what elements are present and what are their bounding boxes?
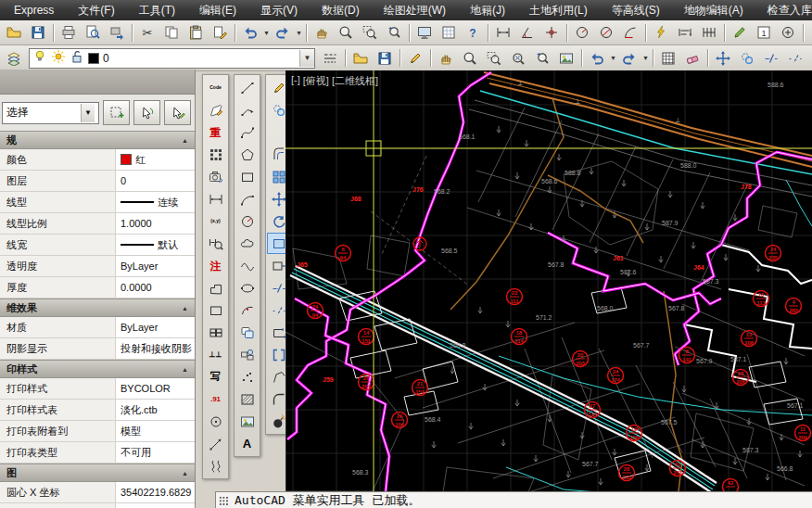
viewport-view-control[interactable]: [俯视] <box>303 74 329 88</box>
print-preview-button[interactable] <box>81 21 105 44</box>
menu-check-db[interactable]: 检查入库(G) <box>755 0 812 20</box>
arc-3pt-button[interactable] <box>235 299 259 321</box>
menu-draw-process[interactable]: 绘图处理(W) <box>372 0 458 20</box>
collapse-icon[interactable]: ▲ <box>182 470 188 476</box>
section-general-header[interactable]: 规▲ <box>0 131 195 149</box>
camera-view-button[interactable] <box>204 166 227 187</box>
property-value[interactable]: 0.0000 <box>116 277 195 298</box>
menu-landuse[interactable]: 土地利用(L) <box>517 0 600 20</box>
spline-button[interactable] <box>235 121 259 143</box>
text-button[interactable]: A <box>235 433 259 454</box>
toggle-pickadd-button[interactable] <box>164 100 191 125</box>
viewport-minimize-control[interactable]: [-] <box>291 74 300 88</box>
copy-object-button[interactable] <box>235 322 259 343</box>
menu-file[interactable]: 文件(F) <box>66 0 126 20</box>
step-shape-button[interactable] <box>204 277 227 298</box>
property-value[interactable]: BYCOLOR <box>116 378 195 399</box>
dim-angular-button[interactable] <box>515 21 539 44</box>
save-button[interactable] <box>26 21 50 44</box>
named-views-button[interactable] <box>554 47 578 70</box>
zoom-window-button[interactable] <box>358 21 382 44</box>
collapse-icon[interactable]: ▲ <box>182 137 188 144</box>
dim-text-edit-button[interactable] <box>806 21 812 44</box>
zoom-scale-button[interactable] <box>506 47 530 70</box>
menu-tools[interactable]: 工具(T) <box>127 0 187 20</box>
dim-diameter-button[interactable] <box>594 21 618 44</box>
rectangle-button-2[interactable] <box>235 166 259 187</box>
menu-feature-edit[interactable]: 地物编辑(A) <box>672 0 755 20</box>
elevation-note-button[interactable]: .91 <box>204 388 227 410</box>
paste-button[interactable] <box>184 21 208 44</box>
open-button[interactable] <box>2 21 26 44</box>
property-value[interactable]: 3427507.6889 <box>116 503 195 508</box>
quick-calc-button[interactable] <box>656 47 680 70</box>
command-line-grip-icon[interactable] <box>219 496 229 506</box>
break-line-button-2[interactable] <box>783 47 807 70</box>
dim-linear-button[interactable] <box>491 21 515 44</box>
zoom-window-button-2[interactable] <box>482 47 506 70</box>
undo-button-dropdown[interactable]: ▼ <box>262 22 271 43</box>
property-value[interactable]: 连续 <box>116 192 195 212</box>
redo-button[interactable] <box>271 21 295 44</box>
save-button-2[interactable] <box>373 47 397 70</box>
move-button[interactable] <box>711 47 735 70</box>
property-value[interactable]: 35402219.6829 <box>116 482 195 502</box>
chevron-down-icon[interactable]: ▼ <box>81 104 95 122</box>
menu-data[interactable]: 数据(D) <box>310 0 372 20</box>
command-line[interactable]: AutoCAD 菜单实用工具 已加载。 <box>215 491 812 508</box>
property-value[interactable]: 投射和接收阴影 <box>116 338 195 359</box>
help-button[interactable]: ? <box>461 21 485 44</box>
property-value[interactable]: 红 <box>116 149 195 170</box>
open-button-2[interactable] <box>349 47 373 70</box>
help-button-2[interactable]: ? <box>807 47 812 70</box>
property-value[interactable]: 模型 <box>116 421 195 441</box>
chevron-down-icon[interactable]: ▼ <box>299 50 314 67</box>
dim-baseline-button[interactable] <box>673 21 697 44</box>
hatch-button[interactable] <box>235 388 259 410</box>
zoom-button-2[interactable] <box>458 47 482 70</box>
property-value[interactable]: 0 <box>116 171 195 191</box>
linetype-button[interactable] <box>318 47 342 70</box>
stamp-edit-button[interactable] <box>204 99 227 121</box>
erase-button[interactable] <box>680 47 704 70</box>
menu-express[interactable]: Express <box>2 0 66 20</box>
arrow-segment-button[interactable] <box>204 433 227 454</box>
copy-button[interactable] <box>159 21 184 44</box>
properties-button[interactable] <box>412 21 437 44</box>
polygon-button[interactable] <box>235 144 259 165</box>
center-mark-button[interactable] <box>776 21 800 44</box>
double-wave-button[interactable] <box>204 455 227 476</box>
pan-button-2[interactable] <box>434 47 458 70</box>
dim-arc-button[interactable] <box>618 21 642 44</box>
viewport-visual-style-control[interactable]: [二维线框] <box>332 74 378 88</box>
collapse-icon[interactable]: ▲ <box>182 305 188 311</box>
layer-combo[interactable]: 0▼ <box>29 48 315 69</box>
property-value[interactable]: 淡化.ctb <box>116 400 195 420</box>
ellipse-button[interactable] <box>235 277 259 298</box>
dim-style-button[interactable]: 1 <box>752 21 776 44</box>
polyline-button[interactable] <box>235 99 259 121</box>
redo-button-dropdown[interactable]: ▼ <box>295 22 303 43</box>
property-value[interactable]: ByLayer <box>116 256 195 276</box>
property-value[interactable]: 不可用 <box>116 442 195 463</box>
copy-circles-button[interactable] <box>735 47 759 70</box>
redo-button-2[interactable] <box>617 47 641 70</box>
menu-edit[interactable]: 编辑(E) <box>187 0 248 20</box>
break-line-button-1[interactable] <box>759 47 783 70</box>
dim-edit-button[interactable] <box>728 21 752 44</box>
pan-button[interactable] <box>310 21 334 44</box>
sheet-set-button[interactable] <box>437 21 461 44</box>
dim-ordinate-button[interactable] <box>539 21 564 44</box>
redraw-button[interactable]: 重 <box>204 121 227 143</box>
revcloud-button[interactable] <box>235 233 259 254</box>
dim-small-button[interactable] <box>204 188 227 210</box>
map-canvas[interactable]: 2404141512620421153261041811423111242352… <box>285 70 812 491</box>
section-3d-header[interactable]: 维效果▲ <box>0 298 195 317</box>
section-plot-header[interactable]: 印样式▲ <box>0 360 195 378</box>
quick-select-button[interactable] <box>103 100 130 125</box>
publish-button[interactable] <box>105 21 129 44</box>
rectangle-button[interactable] <box>204 299 227 321</box>
arc-button[interactable] <box>235 188 259 210</box>
dim-continue-button[interactable] <box>697 21 721 44</box>
undo-button[interactable] <box>238 21 262 44</box>
